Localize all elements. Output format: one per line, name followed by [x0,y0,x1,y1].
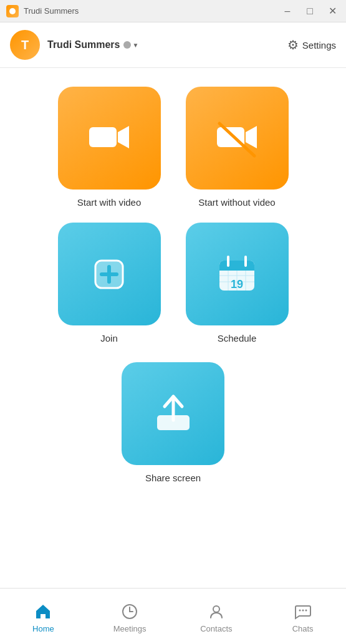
svg-point-30 [305,610,307,612]
window-controls: – □ ✕ [280,4,340,19]
main-content: Start with video Start without [0,68,346,644]
title-bar: Trudi Summers – □ ✕ [0,0,346,22]
title-bar-left: Trudi Summers [6,5,79,17]
user-name: Trudi Summers [47,39,120,50]
user-name-row: Trudi Summers ▼ [47,39,138,50]
app-header: T Trudi Summers ▼ ⚙ Settings [0,22,346,68]
nav-meetings[interactable]: Meetings [87,596,173,637]
nav-chats[interactable]: Chats [259,596,346,637]
user-details: Trudi Summers ▼ [47,39,138,50]
start-without-video-item: Start without video [186,87,289,208]
gear-icon: ⚙ [287,37,299,52]
x-overlay-icon [143,92,330,185]
title-bar-title: Trudi Summers [24,6,79,16]
contacts-icon [207,602,226,621]
minimize-button[interactable]: – [280,4,295,19]
join-item: Join [58,223,161,344]
close-button[interactable]: ✕ [325,4,340,19]
contacts-nav-label: Contacts [200,624,232,633]
start-without-video-label: Start without video [198,197,275,208]
svg-point-29 [302,610,304,612]
schedule-item: 19 Schedule [186,223,289,344]
join-label: Join [100,333,118,344]
chats-icon [294,602,312,621]
nav-contacts[interactable]: Contacts [173,596,260,637]
status-dropdown[interactable]: ▼ [123,41,138,49]
settings-label: Settings [302,40,336,50]
svg-point-28 [299,610,300,612]
meetings-icon [120,602,139,621]
svg-point-0 [9,8,16,14]
schedule-label: Schedule [218,333,257,344]
bottom-nav: Home Meetings Contacts [0,588,346,644]
meetings-nav-label: Meetings [113,624,147,633]
share-screen-icon [148,389,198,439]
home-nav-label: Home [32,624,54,633]
avatar: T [10,30,40,60]
svg-text:19: 19 [231,278,243,291]
svg-rect-15 [219,266,254,271]
svg-rect-1 [89,127,117,147]
svg-point-27 [213,606,219,612]
chevron-down-icon: ▼ [132,42,138,49]
status-dot [123,41,131,49]
start-without-video-button[interactable] [186,87,289,190]
start-with-video-label: Start with video [77,197,142,208]
home-icon [34,602,52,621]
share-screen-item: Share screen [122,362,224,483]
chats-nav-label: Chats [292,624,314,633]
schedule-button[interactable]: 19 [186,223,289,325]
calendar-icon: 19 [212,249,262,299]
share-screen-button[interactable] [122,362,224,465]
join-plus-icon [84,249,134,299]
video-camera-icon [84,113,134,163]
settings-button[interactable]: ⚙ Settings [287,37,336,52]
maximize-button[interactable]: □ [302,4,317,19]
nav-home[interactable]: Home [0,596,87,637]
user-info: T Trudi Summers ▼ [10,30,138,60]
app-window: Trudi Summers – □ ✕ T Trudi Summers ▼ ⚙ [0,0,346,644]
join-button[interactable] [58,223,161,325]
app-logo [6,5,19,17]
svg-marker-2 [118,126,129,148]
main-button-grid: Start with video Start without [58,87,289,344]
share-screen-label: Share screen [145,473,201,483]
